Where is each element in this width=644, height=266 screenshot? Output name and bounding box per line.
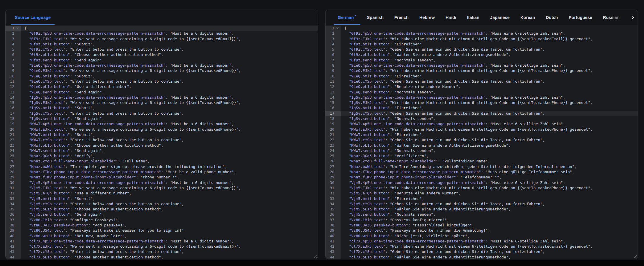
tab-french[interactable]: French bbox=[389, 10, 414, 25]
window-bottom-strip bbox=[0, 260, 644, 266]
code-content: "cl7X.cYSb.text": "Enter it below and pr… bbox=[21, 249, 318, 254]
code-content: "Vz80.1Mi0.text": "Passkeys konfiguriere… bbox=[341, 217, 638, 223]
code-content: "Vjm5.bmit.button": "Einreichen", bbox=[341, 196, 638, 201]
tab-german[interactable]: German* bbox=[332, 10, 362, 25]
code-content: "KWwT.cYSb.text": "Geben Sie es unten ei… bbox=[341, 137, 638, 143]
editor-gutter-cell: 12 bbox=[6, 84, 21, 89]
line-number: 11 bbox=[325, 79, 334, 84]
editor-gutter-cell: 11 bbox=[325, 79, 341, 84]
tab-portuguese[interactable]: Portuguese bbox=[563, 10, 597, 25]
code-line: 7 "0f9z.send.button": "Nochmals senden", bbox=[325, 58, 638, 63]
code-content: "KWwT.4p5U.one-time-code.data-errormessa… bbox=[21, 121, 318, 127]
code-line: 39 "Vz80.US4J.text": "Passkeys will make… bbox=[6, 228, 318, 233]
fold-chevron-icon[interactable] bbox=[336, 26, 339, 29]
code-content: "KWwT.EJkJ.text": "Wir haben eine Nachri… bbox=[341, 127, 638, 132]
code-line: 18 "IgSv.send.button": "Nochmals senden"… bbox=[325, 116, 638, 121]
editor-gutter-cell: 26 bbox=[325, 159, 341, 164]
tab-dutch[interactable]: Dutch bbox=[540, 10, 563, 25]
editor-gutter-cell: 9 bbox=[6, 68, 21, 73]
code-content: "9LeQ.cYSb.text": "Enter it below and pr… bbox=[21, 79, 318, 84]
code-line: 8 "9LeQ.4p5U.one-time-code.data-errormes… bbox=[6, 63, 318, 68]
code-line: 33 "Vjm5.bmit.button": "Submit", bbox=[6, 196, 318, 201]
editor-gutter-cell: 27 bbox=[325, 164, 341, 169]
code-content: "Vjm5.aTQn.button": "Use a different num… bbox=[21, 191, 318, 196]
code-line: 19 "KWwT.4p5U.one-time-code.data-errorme… bbox=[325, 121, 638, 127]
editor-gutter-cell: 30 bbox=[325, 180, 341, 185]
line-number: 18 bbox=[325, 116, 334, 121]
tabs-scroll-right-button[interactable] bbox=[627, 10, 638, 25]
code-line: 39 "Vz80.US4J.text": "Passkeys erleichte… bbox=[325, 228, 638, 233]
line-number: 40 bbox=[6, 233, 14, 239]
editor-gutter-cell: 18 bbox=[325, 116, 341, 121]
editor-gutter-cell: 5 bbox=[325, 47, 341, 52]
tab-source-language[interactable]: Source Language bbox=[10, 10, 56, 25]
code-line: 11 "9LeQ.cYSb.text": "Geben Sie es unten… bbox=[325, 79, 638, 84]
tab-italian[interactable]: Italian bbox=[462, 10, 485, 25]
line-number: 9 bbox=[6, 68, 14, 73]
code-content: "KWwT.4p5U.one-time-code.data-errormessa… bbox=[341, 121, 638, 127]
editor-gutter-cell: 24 bbox=[325, 148, 341, 153]
code-line: 37 "Vz80.1Mi0.text": "Configure Passkeys… bbox=[6, 217, 318, 223]
code-line: 37 "Vz80.1Mi0.text": "Passkeys konfiguri… bbox=[325, 217, 638, 223]
editor-gutter-cell: 19 bbox=[325, 121, 341, 127]
line-number: 35 bbox=[6, 207, 14, 212]
editor-gutter-cell: 6 bbox=[325, 52, 341, 57]
code-line: 18 "IgSv.send.button": "Send again", bbox=[6, 116, 318, 121]
line-number: 16 bbox=[325, 105, 334, 111]
line-number: 7 bbox=[325, 58, 334, 63]
line-number: 38 bbox=[6, 223, 14, 228]
editor-gutter-cell: 19 bbox=[6, 121, 21, 127]
fold-chevron-icon[interactable] bbox=[16, 26, 19, 29]
code-content: "Vjm5.pL1b.button": "Wählen Sie eine and… bbox=[341, 207, 638, 212]
editor-gutter-cell: 4 bbox=[325, 42, 341, 47]
line-number: 26 bbox=[6, 159, 14, 164]
tab-label: Russian bbox=[603, 15, 620, 20]
source-code-editor[interactable]: 1{2 "0f9z.4p5U.one-time-code.data-errorm… bbox=[6, 25, 318, 259]
code-line: 19 "KWwT.4p5U.one-time-code.data-errorme… bbox=[6, 121, 318, 127]
code-content: "9LeQ.4p5U.one-time-code.data-errormessa… bbox=[21, 63, 318, 68]
editor-gutter-cell: 40 bbox=[6, 233, 21, 239]
language-tabs-strip: German*SpanishFrenchHebrewHindiItalianJa… bbox=[325, 10, 627, 25]
code-content: "Nhaz.bwWU.text": "Um Ihre Anmeldung abz… bbox=[341, 164, 638, 169]
editor-gutter-cell: 23 bbox=[325, 143, 341, 148]
tab-hebrew[interactable]: Hebrew bbox=[414, 10, 440, 25]
line-number: 23 bbox=[6, 143, 14, 148]
code-content: "0f9z.pL1b.button": "Wählen Sie eine and… bbox=[341, 52, 638, 57]
editor-gutter-cell: 38 bbox=[325, 223, 341, 228]
code-line: 14 "IgSv.4p5U.one-time-code.data-errorme… bbox=[6, 95, 318, 100]
editor-gutter-cell: 31 bbox=[325, 185, 341, 191]
code-line: 6 "0f9z.pL1b.button": "Choose another au… bbox=[6, 52, 318, 57]
translation-code-editor[interactable]: 1{2 "0f9z.4p5U.one-time-code.data-errorm… bbox=[325, 25, 638, 259]
code-line: 21 "KWwT.bmit.button": "Submit", bbox=[6, 132, 318, 137]
line-number: 31 bbox=[325, 185, 334, 191]
line-number: 5 bbox=[325, 47, 334, 52]
line-number: 24 bbox=[6, 148, 14, 153]
code-content: "KWwT.bmit.button": "Submit", bbox=[21, 132, 318, 137]
line-number: 39 bbox=[6, 228, 14, 233]
line-number: 14 bbox=[325, 95, 334, 100]
line-number: 36 bbox=[325, 212, 334, 217]
tab-japanese[interactable]: Japanese bbox=[485, 10, 515, 25]
tab-russian[interactable]: Russian bbox=[598, 10, 625, 25]
line-number: 28 bbox=[325, 169, 334, 175]
code-content: "Vjm5.EJkJ.text": "Wir haben eine Nachri… bbox=[341, 185, 638, 191]
code-line: 26 "Nhaz.VYgH.full-name-input.placeholde… bbox=[325, 159, 638, 164]
code-content: "Nhaz.fIKv.phone-input.phone-input-place… bbox=[341, 175, 638, 180]
code-line: 12 "9LeQ.pL1b.button": "Benutze eine and… bbox=[325, 84, 638, 89]
tab-spanish[interactable]: Spanish bbox=[362, 10, 389, 25]
code-line: 16 "IgSv.bmit.button": "Einreichen", bbox=[325, 105, 638, 111]
editor-gutter-cell: 38 bbox=[6, 223, 21, 228]
line-number: 34 bbox=[6, 201, 14, 207]
tab-korean[interactable]: Korean bbox=[515, 10, 540, 25]
code-content: "KWwT.cYSb.text": "Enter it below and pr… bbox=[21, 137, 318, 143]
code-line: 28 "Nhaz.fIKv.phone-input.data-errormess… bbox=[6, 169, 318, 175]
line-number: 19 bbox=[6, 121, 14, 127]
code-content: "Vz80.wrLU.button": "Not now, maybe late… bbox=[21, 233, 318, 239]
line-number: 30 bbox=[6, 180, 14, 185]
resize-grip-icon[interactable] bbox=[633, 254, 637, 258]
resize-grip-icon[interactable] bbox=[314, 254, 317, 258]
editor-gutter-cell: 35 bbox=[325, 207, 341, 212]
code-line: 27 "Nhaz.bwWU.text": "Um Ihre Anmeldung … bbox=[325, 164, 638, 169]
tab-hindi[interactable]: Hindi bbox=[440, 10, 462, 25]
code-content: "Nhaz.QGq3.button": "Verify", bbox=[21, 153, 318, 159]
